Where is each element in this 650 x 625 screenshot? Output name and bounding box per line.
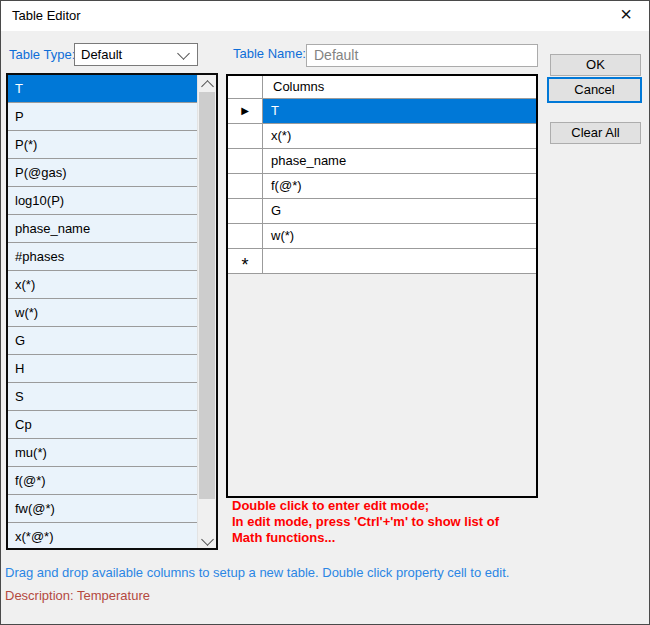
grid-column-header[interactable]: Columns bbox=[263, 76, 536, 99]
list-item[interactable]: phase_name bbox=[8, 215, 198, 243]
grid-row-header[interactable] bbox=[228, 224, 263, 249]
list-item[interactable]: x(*) bbox=[8, 271, 198, 299]
description-text: Description: Temperature bbox=[5, 588, 150, 603]
list-scrollbar[interactable] bbox=[197, 75, 216, 548]
window-title: Table Editor bbox=[12, 1, 81, 30]
table-type-label: Table Type: bbox=[9, 47, 75, 62]
scrollbar-thumb[interactable] bbox=[199, 92, 215, 499]
list-item[interactable]: P(@gas) bbox=[8, 159, 198, 187]
grid-corner-cell[interactable] bbox=[228, 76, 263, 99]
grid-row-header[interactable] bbox=[228, 174, 263, 199]
table-name-label: Table Name: bbox=[233, 46, 306, 61]
list-item[interactable]: G bbox=[8, 327, 198, 355]
list-item[interactable]: mu(*) bbox=[8, 439, 198, 467]
grid-row-header[interactable] bbox=[228, 124, 263, 149]
list-item[interactable]: P bbox=[8, 103, 198, 131]
cancel-button-label: Cancel bbox=[549, 79, 640, 101]
scroll-down-icon[interactable] bbox=[198, 531, 216, 548]
list-item[interactable]: #phases bbox=[8, 243, 198, 271]
cancel-button[interactable]: Cancel bbox=[547, 77, 642, 103]
table-row: phase_name bbox=[228, 149, 536, 174]
list-item[interactable]: T bbox=[8, 75, 198, 103]
grid-cell[interactable]: G bbox=[263, 199, 536, 224]
table-row: f(@*) bbox=[228, 174, 536, 199]
table-row: w(*) bbox=[228, 224, 536, 249]
grid-row-header[interactable] bbox=[228, 199, 263, 224]
grid-cell[interactable]: w(*) bbox=[263, 224, 536, 249]
edit-hint-line-3: Math functions... bbox=[232, 530, 499, 546]
table-editor-dialog: Table Editor × Table Type: Default Table… bbox=[0, 0, 650, 625]
title-bar: Table Editor × bbox=[1, 1, 649, 31]
table-row: G bbox=[228, 199, 536, 224]
columns-grid: Columns ▶Tx(*)phase_namef(@*)Gw(*)* bbox=[226, 74, 538, 498]
grid-cell[interactable] bbox=[263, 249, 536, 274]
table-type-value: Default bbox=[81, 44, 122, 65]
available-columns-items: TPP(*)P(@gas)log10(P)phase_name#phasesx(… bbox=[8, 75, 198, 548]
list-item[interactable]: P(*) bbox=[8, 131, 198, 159]
grid-header-row: Columns bbox=[228, 76, 536, 99]
edit-hint-line-1: Double click to enter edit mode; bbox=[232, 498, 499, 514]
grid-cell[interactable]: T bbox=[263, 99, 536, 124]
list-item[interactable]: x(*@*) bbox=[8, 523, 198, 548]
list-item[interactable]: w(*) bbox=[8, 299, 198, 327]
list-item[interactable]: log10(P) bbox=[8, 187, 198, 215]
table-type-select[interactable]: Default bbox=[74, 43, 198, 66]
ok-button[interactable]: OK bbox=[550, 54, 641, 76]
table-row: ▶T bbox=[228, 99, 536, 124]
list-item[interactable]: S bbox=[8, 383, 198, 411]
clear-all-button[interactable]: Clear All bbox=[550, 122, 641, 144]
edit-hint-line-2: In edit mode, press 'Ctrl'+'m' to show l… bbox=[232, 514, 499, 530]
scroll-up-icon[interactable] bbox=[198, 75, 216, 92]
grid-cell[interactable]: phase_name bbox=[263, 149, 536, 174]
table-name-input[interactable]: Default bbox=[306, 44, 538, 67]
list-item[interactable]: fw(@*) bbox=[8, 495, 198, 523]
table-name-value: Default bbox=[314, 45, 358, 66]
available-columns-list: TPP(*)P(@gas)log10(P)phase_name#phasesx(… bbox=[6, 73, 218, 550]
current-row-arrow-icon: ▶ bbox=[241, 105, 249, 116]
list-item[interactable]: Cp bbox=[8, 411, 198, 439]
grid-cell[interactable]: x(*) bbox=[263, 124, 536, 149]
grid-row-header[interactable] bbox=[228, 149, 263, 174]
list-item[interactable]: H bbox=[8, 355, 198, 383]
chevron-down-icon bbox=[177, 47, 190, 60]
new-row-indicator[interactable]: * bbox=[228, 249, 263, 274]
edit-mode-hint: Double click to enter edit mode; In edit… bbox=[232, 498, 499, 546]
drag-drop-hint: Drag and drop available columns to setup… bbox=[5, 565, 509, 580]
grid-cell[interactable]: f(@*) bbox=[263, 174, 536, 199]
close-icon[interactable]: × bbox=[603, 1, 649, 30]
table-row: * bbox=[228, 249, 536, 274]
list-item[interactable]: f(@*) bbox=[8, 467, 198, 495]
asterisk-icon: * bbox=[241, 255, 248, 275]
table-row: x(*) bbox=[228, 124, 536, 149]
current-row-indicator[interactable]: ▶ bbox=[228, 99, 263, 124]
